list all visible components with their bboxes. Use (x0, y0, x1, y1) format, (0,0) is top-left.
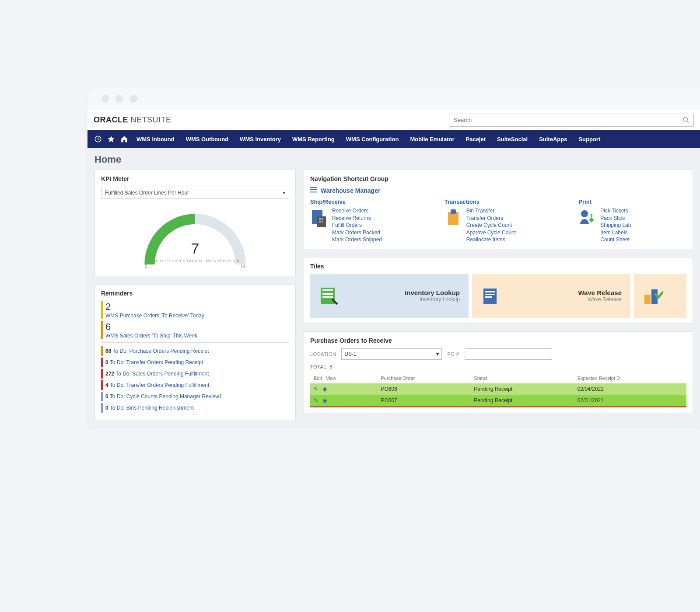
reminder-count: 4 (105, 382, 108, 388)
search-input[interactable] (449, 114, 694, 127)
nav-wms-outbound[interactable]: WMS Outbound (181, 136, 234, 143)
tile-subtitle: Wave Release (578, 296, 622, 303)
cell-po: PO607 (378, 395, 471, 407)
shortcut-group-title: Transactions (444, 198, 553, 205)
reminder-item[interactable]: 272 To Do: Sales Orders Pending Fulfillm… (101, 369, 289, 379)
shortcut-link[interactable]: Receive Returns (332, 215, 382, 222)
window-dot (116, 95, 123, 103)
cell-date: 02/04/2021 (574, 383, 686, 395)
shortcut-link[interactable]: Fulfill Orders (332, 222, 382, 229)
th-status[interactable]: Status (470, 373, 574, 383)
reminder-label: To Do: Transfer Orders Pending Receipt (110, 359, 203, 365)
nav-pacejet[interactable]: Pacejet (461, 136, 491, 143)
reminder-item[interactable]: 0 To Do: Bins Pending Replenishment (101, 403, 289, 413)
shortcut-group-title: Ship/Receive (310, 198, 418, 205)
location-select[interactable]: US-1 ▾ (341, 348, 442, 360)
nav-support[interactable]: Support (573, 136, 606, 143)
th-edit[interactable]: Edit | View (310, 373, 378, 383)
cell-po: PO606 (378, 383, 471, 395)
recent-icon[interactable] (92, 133, 104, 145)
reminder-count: 0 (105, 359, 108, 365)
browser-titlebar (88, 87, 700, 110)
reminder-item[interactable]: 68 To Do: Purchase Orders Pending Receip… (101, 346, 289, 356)
shortcut-link[interactable]: Create Cycle Count (466, 222, 516, 229)
gauge-max: 14 (241, 264, 245, 269)
tiles-portlet: Tiles Inventory Lookup Inventory Lookup … (304, 257, 693, 323)
reminder-item[interactable]: 0 To Do: Transfer Orders Pending Receipt (101, 358, 289, 367)
edit-icon[interactable]: ✎ (314, 386, 318, 392)
tile[interactable]: Inventory Lookup Inventory Lookup (310, 274, 469, 318)
reminder-label: To Do: Purchase Orders Pending Receipt (112, 348, 209, 354)
po-total: TOTAL: 3 (310, 364, 686, 369)
shortcut-link[interactable]: Mark Orders Packed (332, 230, 382, 236)
th-date[interactable]: Expected Receipt D (574, 373, 686, 383)
tile-icon (481, 286, 501, 306)
tile[interactable] (634, 274, 686, 318)
view-icon[interactable]: ◉ (322, 397, 327, 403)
svg-rect-11 (322, 221, 323, 223)
cell-status: Pending Receipt (470, 395, 574, 407)
shortcut-link[interactable]: Pick Tickets (600, 208, 631, 215)
shortcut-link[interactable]: Mark Orders Shipped (332, 236, 382, 243)
brand-logo: ORACLE NETSUITE (94, 115, 172, 125)
search-wrapper (449, 114, 694, 127)
shortcut-group-title: Print (578, 198, 686, 205)
nav-suiteapps[interactable]: SuiteApps (534, 136, 572, 143)
edit-icon[interactable]: ✎ (314, 397, 318, 403)
shortcut-link[interactable]: Item Labels (600, 230, 631, 236)
reminder-count: 2 (105, 301, 289, 313)
menu-icon (310, 187, 317, 194)
nav-wms-configuration[interactable]: WMS Configuration (341, 136, 404, 143)
kpi-meter-portlet: KPI Meter Fulfilled Sales Order Lines Pe… (94, 170, 296, 276)
shortcut-group-icon (578, 208, 596, 229)
shortcut-link[interactable]: Shipping Lab (600, 222, 631, 229)
location-label: LOCATION (310, 351, 336, 357)
svg-rect-15 (322, 289, 333, 291)
kpi-dropdown-value: Fulfilled Sales Order Lines Per Hour (105, 190, 189, 196)
po-number-input[interactable] (465, 348, 552, 360)
shortcut-link[interactable]: Approve Cycle Count (466, 230, 516, 236)
shortcuts-portlet: Navigation Shortcut Group Warehouse Mana… (304, 170, 693, 249)
reminder-count: 6 (105, 321, 289, 333)
cell-actions: ✎ ◉ (310, 395, 378, 407)
table-row[interactable]: ✎ ◉ PO607 Pending Receipt 02/01/2021 (310, 395, 686, 407)
shortcut-group: Print Pick TicketsPack SlipsShipping Lab… (578, 198, 686, 243)
shortcut-link[interactable]: Bin Transfer (466, 208, 516, 215)
th-po[interactable]: Purchase Order (378, 373, 471, 383)
gauge-min: 0 (145, 264, 147, 269)
svg-rect-9 (322, 218, 323, 220)
reminder-item[interactable]: 4 To Do: Transfer Orders Pending Fulfill… (101, 380, 289, 390)
star-icon[interactable] (105, 133, 117, 145)
nav-wms-reporting[interactable]: WMS Reporting (287, 136, 340, 143)
reminder-item[interactable]: 6WMS Sales Orders 'To Ship' This Week (101, 321, 289, 339)
tile[interactable]: Wave Release Wave Release (472, 274, 630, 318)
reminder-count: 0 (105, 405, 108, 411)
kpi-dropdown[interactable]: Fulfilled Sales Order Lines Per Hour ▾ (101, 187, 289, 199)
shortcut-link[interactable]: Transfer Orders (466, 215, 516, 222)
svg-rect-8 (319, 218, 321, 220)
view-icon[interactable]: ◉ (322, 386, 327, 392)
nav-wms-inbound[interactable]: WMS Inbound (131, 136, 180, 143)
logo-oracle: ORACLE (94, 115, 128, 124)
nav-suitesocial[interactable]: SuiteSocial (492, 136, 533, 143)
reminders-title: Reminders (101, 290, 289, 297)
shortcut-link[interactable]: Pack Slips (600, 215, 631, 222)
svg-rect-16 (322, 293, 333, 295)
shortcut-role[interactable]: Warehouse Manager (310, 187, 686, 194)
shortcut-link[interactable]: Reallocate Items (466, 236, 516, 243)
cell-date: 02/01/2021 (574, 395, 686, 407)
table-row[interactable]: ✎ ◉ PO606 Pending Receipt 02/04/2021 (310, 383, 686, 395)
nav-wms-inventory[interactable]: WMS Inventory (234, 136, 286, 143)
svg-rect-17 (322, 296, 333, 298)
shortcut-group-icon (444, 208, 462, 229)
nav-mobile-emulator[interactable]: Mobile Emulator (405, 136, 459, 143)
home-icon[interactable] (118, 133, 130, 145)
shortcut-link[interactable]: Count Sheet (600, 236, 631, 243)
reminder-item[interactable]: 2WMS Purchase Orders 'To Receive' Today (101, 301, 289, 319)
po-portlet: Purchase Orders to Receive LOCATION US-1… (304, 331, 693, 413)
reminder-label: To Do: Sales Orders Pending Fulfillment (116, 371, 209, 377)
search-icon[interactable] (682, 116, 690, 125)
reminder-item[interactable]: 0 To Do: Cycle Counts Pending Manager Re… (101, 392, 289, 401)
tile-icon (643, 286, 663, 306)
shortcut-link[interactable]: Receive Orders (332, 208, 382, 215)
